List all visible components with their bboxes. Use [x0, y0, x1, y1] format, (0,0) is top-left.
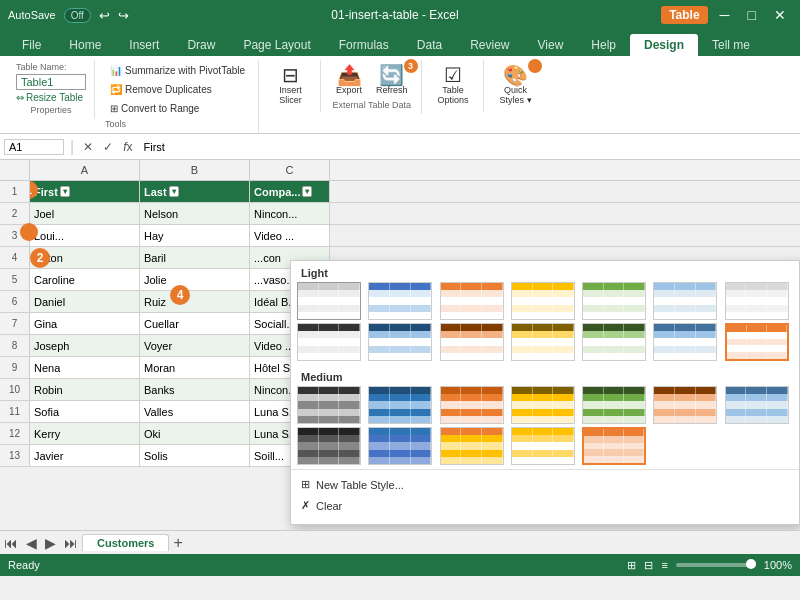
qs-style-item[interactable] — [440, 386, 504, 424]
view-normal-icon[interactable]: ⊞ — [627, 559, 636, 572]
tab-help[interactable]: Help — [577, 34, 630, 56]
qs-style-item[interactable] — [653, 323, 717, 361]
cell-a11[interactable]: Sofia — [30, 401, 140, 422]
qs-style-item[interactable] — [653, 386, 717, 424]
cell-b2[interactable]: Nelson — [140, 203, 250, 224]
qs-style-item[interactable] — [511, 386, 575, 424]
cell-b10[interactable]: Banks — [140, 379, 250, 400]
convert-to-range-button[interactable]: ⊞ Convert to Range — [105, 100, 250, 117]
col-header-b[interactable]: B — [140, 160, 250, 180]
tab-page-layout[interactable]: Page Layout — [229, 34, 324, 56]
qs-style-item[interactable] — [368, 427, 432, 465]
qs-style-item[interactable] — [653, 282, 717, 320]
view-layout-icon[interactable]: ⊟ — [644, 559, 653, 572]
cell-b6[interactable]: Ruiz — [140, 291, 250, 312]
cell-b3[interactable]: Hay — [140, 225, 250, 246]
cell-a12[interactable]: Kerry — [30, 423, 140, 444]
minimize-button[interactable]: ─ — [714, 5, 736, 25]
clear-style-button[interactable]: ✗ Clear — [291, 495, 799, 516]
cancel-icon[interactable]: ✕ — [80, 140, 96, 154]
autosave-toggle[interactable]: Off — [64, 8, 91, 23]
cell-c1[interactable]: Compa... ▾ — [250, 181, 330, 202]
cell-a3[interactable]: Loui... — [30, 225, 140, 246]
qs-style-item[interactable] — [440, 427, 504, 465]
cell-a10[interactable]: Robin — [30, 379, 140, 400]
cell-b11[interactable]: Valles — [140, 401, 250, 422]
cell-b7[interactable]: Cuellar — [140, 313, 250, 334]
qs-style-item[interactable] — [440, 282, 504, 320]
qs-style-item[interactable] — [368, 323, 432, 361]
tab-formulas[interactable]: Formulas — [325, 34, 403, 56]
qs-style-item[interactable] — [511, 282, 575, 320]
maximize-button[interactable]: □ — [742, 5, 762, 25]
qs-style-item[interactable] — [297, 323, 361, 361]
export-button[interactable]: 📤 Export — [331, 62, 367, 98]
remove-duplicates-button[interactable]: 🔁 Remove Duplicates — [105, 81, 250, 98]
qs-style-item[interactable] — [511, 323, 575, 361]
cell-reference-input[interactable] — [4, 139, 64, 155]
qs-style-item[interactable] — [368, 386, 432, 424]
tab-file[interactable]: File — [8, 34, 55, 56]
qs-style-item[interactable] — [297, 282, 361, 320]
cell-b12[interactable]: Oki — [140, 423, 250, 444]
qs-style-item[interactable] — [582, 427, 646, 465]
tab-review[interactable]: Review — [456, 34, 523, 56]
cell-a9[interactable]: Nena — [30, 357, 140, 378]
add-sheet-button[interactable]: + — [169, 534, 186, 552]
col-header-c[interactable]: C — [250, 160, 330, 180]
new-table-style-button[interactable]: ⊞ New Table Style... — [291, 474, 799, 495]
tab-insert[interactable]: Insert — [115, 34, 173, 56]
formula-input[interactable] — [140, 141, 797, 153]
qs-style-item[interactable] — [725, 282, 789, 320]
tab-draw[interactable]: Draw — [173, 34, 229, 56]
table-name-input[interactable] — [16, 74, 86, 90]
qs-style-selected[interactable] — [725, 323, 789, 361]
qs-style-item[interactable] — [368, 282, 432, 320]
sheet-nav-next[interactable]: ▶ — [41, 535, 60, 551]
sheet-tab-customers[interactable]: Customers — [82, 534, 169, 551]
tab-tell-me[interactable]: Tell me — [698, 34, 764, 56]
qs-style-item[interactable] — [297, 427, 361, 465]
cell-c3[interactable]: Video ... — [250, 225, 330, 246]
zoom-slider[interactable] — [676, 563, 756, 567]
cell-a13[interactable]: Javier — [30, 445, 140, 466]
cell-a6[interactable]: Daniel — [30, 291, 140, 312]
sheet-nav-prev[interactable]: ◀ — [22, 535, 41, 551]
table-options-button[interactable]: ☑ TableOptions — [433, 62, 474, 108]
cell-b4[interactable]: Baril — [140, 247, 250, 268]
resize-table-button[interactable]: ⇔ Resize Table — [16, 92, 83, 103]
cell-a7[interactable]: Gina — [30, 313, 140, 334]
redo-icon[interactable]: ↪ — [118, 8, 129, 23]
close-button[interactable]: ✕ — [768, 5, 792, 25]
cell-b8[interactable]: Voyer — [140, 335, 250, 356]
cell-a1[interactable]: First ▾ 1 — [30, 181, 140, 202]
tab-view[interactable]: View — [524, 34, 578, 56]
cell-b13[interactable]: Solis — [140, 445, 250, 466]
function-icon[interactable]: fx — [120, 140, 135, 154]
summarize-pivot-button[interactable]: 📊 Summarize with PivotTable — [105, 62, 250, 79]
tab-data[interactable]: Data — [403, 34, 456, 56]
tab-home[interactable]: Home — [55, 34, 115, 56]
cell-b1[interactable]: Last ▾ — [140, 181, 250, 202]
sheet-nav-last[interactable]: ⏭ — [60, 535, 82, 551]
filter-arrow-b[interactable]: ▾ — [169, 186, 179, 197]
cell-a8[interactable]: Joseph — [30, 335, 140, 356]
qs-style-item[interactable] — [582, 386, 646, 424]
tab-design[interactable]: Design — [630, 34, 698, 56]
filter-arrow-a[interactable]: ▾ — [60, 186, 70, 197]
col-header-a[interactable]: A — [30, 160, 140, 180]
filter-arrow-c[interactable]: ▾ — [302, 186, 312, 197]
cell-c2[interactable]: Nincon... — [250, 203, 330, 224]
insert-slicer-button[interactable]: ⊟ InsertSlicer — [274, 62, 307, 108]
cell-a5[interactable]: Caroline — [30, 269, 140, 290]
confirm-icon[interactable]: ✓ — [100, 140, 116, 154]
sheet-nav-first[interactable]: ⏮ — [0, 535, 22, 551]
qs-style-item[interactable] — [297, 386, 361, 424]
view-page-break-icon[interactable]: ≡ — [661, 559, 667, 571]
cell-b9[interactable]: Moran — [140, 357, 250, 378]
undo-icon[interactable]: ↩ — [99, 8, 110, 23]
qs-style-item[interactable] — [582, 282, 646, 320]
qs-style-item[interactable] — [725, 386, 789, 424]
qs-style-item[interactable] — [440, 323, 504, 361]
qs-style-item[interactable] — [511, 427, 575, 465]
